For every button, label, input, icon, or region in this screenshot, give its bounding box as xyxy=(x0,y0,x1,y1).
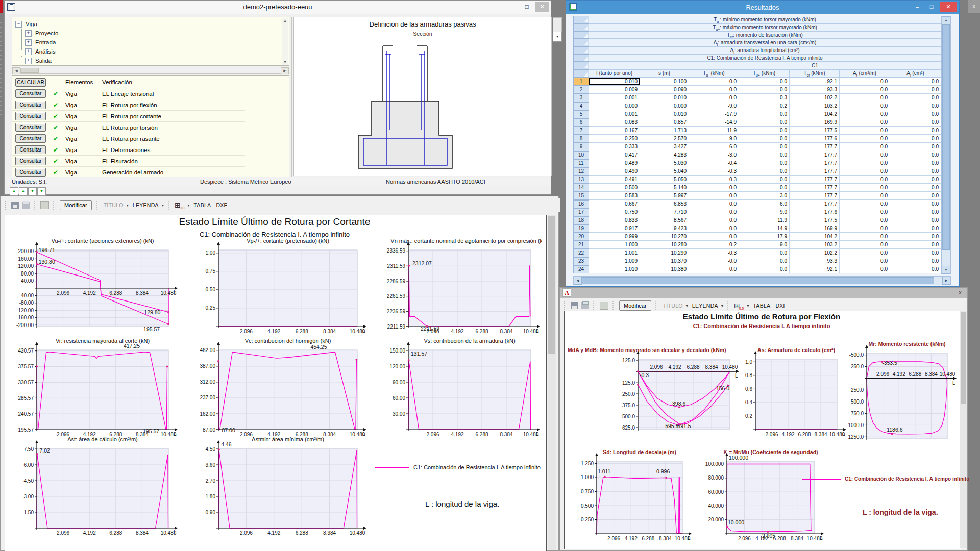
table-cell[interactable]: 0.0 xyxy=(840,167,890,176)
resultados-hscrollbar[interactable]: ◀ ▶ xyxy=(573,276,951,285)
row-number[interactable]: 12 xyxy=(573,167,589,176)
table-cell[interactable]: 9.0 xyxy=(739,208,790,216)
minimize-button[interactable]: – xyxy=(505,2,518,12)
row-number[interactable]: 23 xyxy=(573,257,589,265)
table-cell[interactable]: -0.001 xyxy=(589,94,640,102)
table-cell[interactable]: 1.001 xyxy=(589,249,640,257)
table-cell[interactable]: 0.0 xyxy=(840,135,890,143)
table-cell[interactable]: 102.2 xyxy=(790,94,840,102)
row-number[interactable]: 22 xyxy=(573,249,589,257)
table-cell[interactable]: 0.0 xyxy=(890,127,941,135)
table-cell[interactable]: 0.0 xyxy=(840,224,890,233)
table-cell[interactable]: 0.490 xyxy=(589,167,640,176)
table-cell[interactable]: 103.2 xyxy=(790,102,840,110)
close-icon[interactable]: x xyxy=(956,288,964,296)
table-cell[interactable]: -0.3 xyxy=(689,176,739,184)
maximize-button[interactable]: □ xyxy=(520,2,533,12)
table-cell[interactable]: 5.040 xyxy=(640,167,689,176)
grid-settings-icon[interactable]: ⊞0.0 xyxy=(734,302,745,310)
table-cell[interactable]: 0.0 xyxy=(689,86,739,94)
table-cell[interactable]: 177.7 xyxy=(790,167,840,176)
table-cell[interactable]: 0.0 xyxy=(689,224,739,233)
table-cell[interactable]: 0.0 xyxy=(840,118,890,127)
leyenda-dropdown-icon[interactable]: ▾ xyxy=(162,203,164,208)
table-cell[interactable]: 0.999 xyxy=(589,233,640,241)
corner-icon[interactable] xyxy=(573,54,589,62)
table-cell[interactable]: 14.9 xyxy=(739,224,790,233)
table-cell[interactable]: 0.0 xyxy=(890,224,941,233)
table-cell[interactable]: 102.2 xyxy=(790,249,840,257)
flexion-vscrollbar[interactable] xyxy=(960,311,967,548)
table-cell[interactable]: 0.0 xyxy=(739,151,790,159)
table-cell[interactable]: 0.0 xyxy=(840,200,890,208)
table-cell[interactable]: 0.0 xyxy=(840,78,890,86)
table-cell[interactable]: 4.283 xyxy=(640,151,689,159)
table-cell[interactable]: 0.0 xyxy=(890,102,941,110)
table-cell[interactable]: 10.280 xyxy=(640,241,689,249)
modificar-button[interactable]: Modificar xyxy=(60,200,92,210)
table-cell[interactable]: 0.750 xyxy=(589,208,640,216)
table-cell[interactable]: 0.0 xyxy=(890,118,941,127)
row-number[interactable]: 1 xyxy=(573,78,589,86)
table-cell[interactable]: 0.0 xyxy=(890,184,941,192)
table-cell[interactable]: 17.9 xyxy=(739,233,790,241)
consultar-button[interactable]: Consultar xyxy=(15,134,46,143)
table-cell[interactable]: 93.3 xyxy=(790,257,840,265)
table-cell[interactable]: 0.000 xyxy=(589,102,640,110)
row-number[interactable]: 24 xyxy=(573,265,589,273)
scroll-left-icon[interactable]: ◀ xyxy=(574,277,582,285)
table-cell[interactable]: 7.710 xyxy=(640,208,689,216)
table-cell[interactable]: 5.997 xyxy=(640,192,689,200)
modificar-button[interactable]: Modificar xyxy=(619,300,651,311)
row-number[interactable]: 5 xyxy=(573,110,589,118)
table-cell[interactable]: 0.333 xyxy=(589,143,640,151)
row-number[interactable]: 21 xyxy=(573,241,589,249)
table-cell[interactable]: 177.5 xyxy=(790,216,840,224)
table-cell[interactable]: -9.0 xyxy=(689,102,739,110)
table-cell[interactable]: 1.010 xyxy=(589,265,640,273)
table-cell[interactable]: 0.0 xyxy=(840,192,890,200)
table-cell[interactable]: 1.713 xyxy=(640,127,689,135)
table-cell[interactable]: 0.0 xyxy=(890,176,941,184)
titulo-button[interactable]: TÍTULO xyxy=(103,202,125,208)
consultar-button[interactable]: Consultar xyxy=(15,168,46,177)
row-number[interactable]: 10 xyxy=(573,151,589,159)
table-cell[interactable]: 92.1 xyxy=(790,78,840,86)
table-cell[interactable]: 0.0 xyxy=(689,94,739,102)
export-down-icon[interactable]: ▼ xyxy=(37,187,46,196)
leyenda-button[interactable]: LEYENDA xyxy=(691,303,719,309)
table-cell[interactable]: 0.0 xyxy=(890,159,941,167)
table-cell[interactable]: 0.917 xyxy=(589,224,640,233)
table-cell[interactable]: 0.083 xyxy=(589,118,640,127)
table-cell[interactable]: 0.0 xyxy=(739,135,790,143)
save-icon[interactable] xyxy=(11,202,19,209)
row-number[interactable]: 13 xyxy=(573,176,589,184)
table-cell[interactable]: 5.030 xyxy=(640,159,689,167)
table-cell[interactable]: 0.0 xyxy=(890,208,941,216)
table-cell[interactable]: 10.270 xyxy=(640,233,689,241)
column-header[interactable]: Tu+ (kNm) xyxy=(739,69,790,78)
table-cell[interactable]: 0.3 xyxy=(739,94,790,102)
tree-scrollbar[interactable]: ▲ ▼ xyxy=(282,18,288,65)
table-cell[interactable]: -0.009 xyxy=(589,86,640,94)
tree-item-analisis[interactable]: Análisis xyxy=(34,48,57,55)
table-cell[interactable]: 0.0 xyxy=(890,86,941,94)
row-number[interactable]: 2 xyxy=(573,86,589,94)
table-cell[interactable]: -6.0 xyxy=(689,143,739,151)
consultar-button[interactable]: Consultar xyxy=(15,112,46,120)
table-cell[interactable]: 0.0 xyxy=(890,94,941,102)
tree-expand-icon[interactable]: + xyxy=(25,48,32,55)
table-cell[interactable]: 0.0 xyxy=(840,143,890,151)
table-cell[interactable]: 0.0 xyxy=(739,249,790,257)
table-cell[interactable]: -0.2 xyxy=(689,241,739,249)
table-cell[interactable]: 0.0 xyxy=(840,257,890,265)
scroll-down-icon[interactable]: ▼ xyxy=(942,266,950,274)
table-cell[interactable]: 0.583 xyxy=(589,192,640,200)
titulo-dropdown-icon[interactable]: ▾ xyxy=(686,304,688,308)
table-cell[interactable]: 93.3 xyxy=(790,86,840,94)
table-cell[interactable]: 0.010 xyxy=(640,110,689,118)
import-down-icon[interactable]: ▼ xyxy=(28,187,37,196)
table-cell[interactable]: 0.0 xyxy=(840,216,890,224)
maximize-button[interactable]: □ xyxy=(925,2,938,12)
minimize-button[interactable]: – xyxy=(911,2,923,12)
